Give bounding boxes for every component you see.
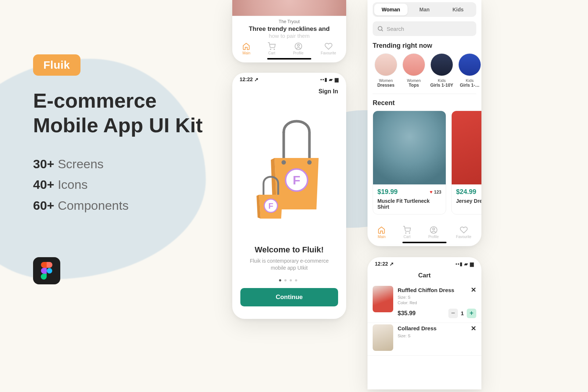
home-indicator [402, 242, 447, 243]
welcome-title: Welcome to Fluik! [232, 245, 346, 255]
trending-row: Women Dresses Women Tops Kids Girls 1-10… [368, 53, 481, 92]
continue-button[interactable]: Continue [240, 288, 338, 306]
remove-item-button[interactable]: ✕ [471, 324, 476, 332]
quantity-stepper: − 1 + [448, 309, 476, 318]
onboarding-illustration: F F [232, 95, 346, 244]
trending-heading: Trending right now [368, 42, 481, 53]
product-likes: ♥123 [430, 189, 441, 195]
divider [373, 94, 476, 94]
cart-item: Collared Dress ✕ Size: S [368, 323, 481, 356]
cart-icon [268, 42, 276, 50]
heart-icon [325, 42, 333, 50]
cart-item-name: Collared Dress [398, 325, 437, 331]
search-placeholder: Search [387, 26, 404, 32]
cart-item: Ruffled Chiffon Dress ✕ Size: S Color: R… [368, 284, 481, 323]
trending-thumb [374, 53, 397, 76]
status-indicators: ▪▪▮ ▰ ▆ [456, 261, 474, 267]
figma-icon [33, 257, 60, 284]
tab-cart[interactable]: Cart [268, 42, 276, 55]
product-card[interactable]: $19.99 ♥123 Muscle Fit Turtleneck Shirt [373, 111, 446, 215]
svg-point-5 [282, 160, 286, 165]
cart-item-attrs: Size: S [398, 333, 476, 339]
product-price: $19.99 [377, 188, 398, 196]
search-input[interactable]: Search [373, 21, 476, 36]
svg-point-13 [409, 233, 410, 233]
product-name: Muscle Fit Turtleneck Shirt [377, 198, 441, 210]
profile-icon [430, 226, 438, 234]
svg-point-2 [274, 49, 275, 50]
product-image [373, 111, 446, 184]
cart-item-thumb [373, 286, 393, 312]
stat-icons: 40+ Icons [33, 174, 224, 195]
phone-article-preview: The Tryout Three trendy necklines and ho… [232, 0, 346, 62]
headline-line2: Mobile App UI Kit [33, 114, 202, 137]
tab-favourite[interactable]: Favourite [456, 226, 472, 239]
stat-components: 60+ Components [33, 195, 224, 216]
trending-thumb [458, 53, 481, 76]
article-hero-image [232, 0, 346, 16]
status-bar: 12:22 ➚ ▪▪▮ ▰ ▆ [368, 257, 481, 268]
svg-text:F: F [293, 173, 301, 187]
svg-point-4 [297, 44, 300, 47]
cart-item-name: Ruffled Chiffon Dress [398, 287, 454, 293]
tab-cart[interactable]: Cart [403, 226, 411, 239]
heart-icon: ♥ [430, 189, 433, 195]
svg-point-1 [270, 49, 271, 50]
home-icon [377, 226, 386, 234]
category-segmented: Woman Man Kids [373, 2, 476, 17]
cart-item-thumb [373, 324, 393, 351]
phone-catalog: Woman Man Kids Search Trending right now… [368, 0, 481, 246]
segment-woman[interactable]: Woman [374, 4, 408, 15]
cart-item-attrs: Size: S Color: Red [398, 295, 476, 306]
svg-point-0 [47, 268, 52, 273]
article-subtitle: how to pair them [232, 33, 346, 39]
tab-main[interactable]: Main [242, 42, 250, 55]
tab-profile[interactable]: Profile [428, 226, 438, 239]
status-indicators: ▪▪▮ ▰ ▆ [320, 77, 339, 82]
headline: E-commerce Mobile App UI Kit [33, 88, 224, 137]
stat-screens: 30+ Screens [33, 154, 224, 174]
qty-value: 1 [461, 310, 464, 316]
product-price: $24.99 [456, 188, 476, 196]
tab-favourite[interactable]: Favourite [321, 42, 336, 55]
page-title: Cart [368, 268, 481, 284]
tab-main[interactable]: Main [377, 226, 386, 239]
product-card[interactable]: $24.99 Jersey Dre… [451, 111, 481, 215]
qty-minus-button[interactable]: − [448, 309, 458, 318]
welcome-subtitle: Fluik is contemporary e-commerce mobile … [232, 255, 346, 277]
status-bar: 12:22 ➚ ▪▪▮ ▰ ▆ [232, 73, 346, 84]
trending-item[interactable]: Kids Girls 1-… [456, 53, 481, 88]
svg-point-6 [307, 160, 312, 165]
heart-icon [460, 226, 468, 234]
brand-badge: Fluik [33, 54, 80, 76]
svg-point-12 [406, 233, 406, 233]
marketing-panel: Fluik E-commerce Mobile App UI Kit 30+ S… [33, 54, 224, 216]
tab-profile[interactable]: Profile [293, 42, 303, 55]
cart-item-price: $35.99 [398, 310, 416, 317]
segment-man[interactable]: Man [408, 4, 441, 15]
article-eyebrow: The Tryout [232, 19, 346, 24]
article-title: Three trendy necklines and [232, 24, 346, 33]
home-indicator [267, 58, 311, 60]
phone-cart: 12:22 ➚ ▪▪▮ ▰ ▆ Cart Ruffled Chiffon Dre… [368, 257, 481, 389]
qty-plus-button[interactable]: + [467, 309, 476, 318]
trending-thumb [402, 53, 425, 76]
svg-text:F: F [268, 201, 273, 211]
status-time: 12:22 ➚ [375, 261, 394, 267]
status-time: 12:22 ➚ [240, 76, 259, 82]
sign-in-link[interactable]: Sign In [232, 84, 346, 95]
svg-point-11 [378, 26, 382, 30]
recent-heading: Recent [368, 99, 481, 111]
product-image [452, 111, 481, 184]
trending-item[interactable]: Kids Girls 1-10Y [429, 53, 455, 88]
segment-kids[interactable]: Kids [441, 4, 475, 15]
recent-row: $19.99 ♥123 Muscle Fit Turtleneck Shirt … [368, 111, 481, 215]
remove-item-button[interactable]: ✕ [471, 286, 476, 294]
phone-onboarding: 12:22 ➚ ▪▪▮ ▰ ▆ Sign In F F Welcome to F… [232, 73, 346, 319]
headline-line1: E-commerce [33, 89, 157, 112]
home-icon [242, 42, 250, 50]
trending-thumb [430, 53, 453, 76]
trending-item[interactable]: Women Tops [401, 53, 427, 88]
profile-icon [294, 42, 302, 50]
trending-item[interactable]: Women Dresses [373, 53, 399, 88]
